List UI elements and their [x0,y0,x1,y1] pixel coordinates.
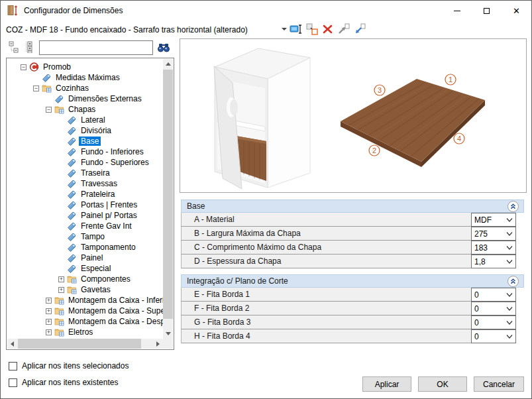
apply-button[interactable]: Aplicar [362,376,411,392]
e-fita-borda-1-select[interactable]: 0 [471,288,516,302]
collapse-all-icon[interactable] [9,41,19,53]
vertical-scroll-thumb[interactable] [163,70,173,319]
expand-toggle-icon[interactable]: + [46,329,52,335]
tree-item-lateral[interactable]: Lateral [7,115,107,125]
ok-button[interactable]: OK [418,376,467,392]
property-value: 1,8 [472,257,486,266]
maximize-icon [484,8,490,14]
folder-icon [54,296,64,305]
property-row-c-comprimento-m-ximo-da-chapa: C - Comprimento Máximo da Chapa183 [181,241,516,255]
duplicate-icon[interactable] [305,23,319,36]
tree-item-travessas[interactable]: Travessas [7,178,119,189]
tree-item-divis-ria[interactable]: Divisória [7,125,113,136]
property-label: H - Fita Borda 4 [181,329,471,343]
import-icon[interactable] [353,23,366,36]
tag-icon [67,221,77,231]
tree-item-tamponamento[interactable]: Tamponamento [7,242,138,253]
folder-icon [67,285,77,294]
expand-toggle-icon[interactable]: + [58,276,64,282]
tree-item-label: Frente Gav Int [79,221,134,231]
expand-all-icon[interactable] [25,41,35,53]
app-icon [7,5,19,17]
property-value: 183 [472,243,488,253]
tree-item-montagem-da-caixa-superio[interactable]: +Montagem da Caixa - Superio [7,306,163,316]
vertical-scrollbar[interactable] [163,59,173,339]
rename-icon[interactable] [290,23,303,36]
tree-item-painel[interactable]: Painel [7,253,105,263]
tag-icon [67,243,77,252]
tree-rows: −PromobMedidas Máximas−CozinhasDimensões… [7,59,163,339]
export-icon[interactable] [337,23,350,36]
property-row-f-fita-borda-2: F - Fita Borda 20 [181,302,516,315]
checkbox-icon[interactable] [9,362,17,370]
apply-selected-items-checkbox[interactable]: Aplicar nos itens selecionados [9,361,129,370]
tree-item-componentes[interactable]: +Componentes [7,274,133,284]
c-comprimento-m-ximo-da-chapa-select[interactable]: 183 [471,241,516,255]
tree-item-promob[interactable]: −Promob [7,62,73,72]
tree-item-cozinhas[interactable]: −Cozinhas [7,83,91,93]
apply-existing-items-checkbox[interactable]: Aplicar nos itens existentes [9,378,118,387]
search-input[interactable] [39,40,153,55]
expand-toggle-icon[interactable]: + [46,319,52,325]
horizontal-scroll-thumb[interactable] [18,339,141,349]
scroll-right-icon[interactable] [153,339,163,349]
tree-item-base[interactable]: Base [7,136,101,146]
scroll-up-icon[interactable] [163,59,173,69]
f-fita-borda-2-select[interactable]: 0 [471,302,516,315]
tree-item-portas-frentes[interactable]: Portas | Frentes [7,200,139,210]
tree-item-especial[interactable]: Especial [7,263,113,274]
tree-item-label: Fundo - Inferiores [79,147,146,156]
g-fita-borda-3-select[interactable]: 0 [471,315,516,329]
expand-toggle-icon[interactable]: + [58,287,64,293]
tree-item-label: Travessas [79,179,119,188]
tree-item-label: Painel [79,253,105,262]
configuration-selector[interactable]: COZ - MDF 18 - Fundo encaixado - Sarrafo… [6,23,290,36]
expand-toggle-icon[interactable]: + [46,298,52,304]
tree-item-medidas-m-ximas[interactable]: Medidas Máximas [7,72,122,83]
collapse-section-button[interactable] [507,201,519,212]
tree-item-prateleira[interactable]: Prateleira [7,189,117,200]
find-binoculars-icon[interactable] [157,41,170,54]
cancel-button[interactable]: Cancelar [474,376,524,392]
expand-toggle-icon[interactable]: + [46,308,52,314]
maximize-button[interactable] [472,1,502,21]
collapse-toggle-icon[interactable]: − [46,107,52,113]
horizontal-scrollbar[interactable] [7,339,163,349]
checkbox-icon[interactable] [9,378,17,387]
scroll-left-icon[interactable] [7,339,17,349]
tree-item-traseira[interactable]: Traseira [7,168,112,178]
tag-icon [67,190,77,199]
h-fita-borda-4-select[interactable]: 0 [471,329,516,343]
scroll-down-icon[interactable] [163,329,173,339]
tree-item-fundo-inferiores[interactable]: Fundo - Inferiores [7,146,146,157]
tree-item-label: Tampo [79,232,107,241]
toolbar: COZ - MDF 18 - Fundo encaixado - Sarrafo… [1,21,531,38]
tree-item-label: Gavetas [79,285,113,294]
tree-item-montagem-da-caixa-inferior[interactable]: +Montagem da Caixa - Inferior [7,295,163,306]
property-label: A - Material [181,213,471,227]
tree-item-gavetas[interactable]: +Gavetas [7,284,113,295]
minimize-icon [454,11,460,11]
tree-item-chapas[interactable]: −Chapas [7,104,97,115]
tree-item-painel-p-portas[interactable]: Painel p/ Portas [7,210,139,221]
tree-item-montagem-da-caixa-despen[interactable]: +Montagem da Caixa - Despen [7,316,163,327]
minimize-button[interactable] [442,1,472,21]
collapse-section-button[interactable] [507,276,519,287]
tree-item-frente-gav-int[interactable]: Frente Gav Int [7,221,134,231]
collapse-toggle-icon[interactable]: − [21,64,27,70]
tree-item-dimens-es-externas[interactable]: Dimensões Externas [7,93,144,104]
property-row-d-espessura-da-chapa: D - Espessura da Chapa1,8 [181,255,516,268]
tree-item-fundo-superiores[interactable]: Fundo - Superiores [7,157,151,168]
tag-icon [67,126,77,135]
tree-item-eletros[interactable]: +Eletros [7,327,95,337]
a-material-select[interactable]: MDF [471,213,516,227]
tree-item-label: Tamponamento [79,243,138,252]
close-button[interactable]: ✕ [502,1,531,21]
tree-item-tampo[interactable]: Tampo [7,231,107,242]
collapse-toggle-icon[interactable]: − [33,86,39,91]
b-largura-m-xima-da-chapa-select[interactable]: 275 [471,227,516,241]
tag-icon [67,147,77,156]
delete-icon[interactable] [321,23,335,36]
tree-item-label: Cozinhas [54,84,91,93]
d-espessura-da-chapa-select[interactable]: 1,8 [471,255,516,268]
